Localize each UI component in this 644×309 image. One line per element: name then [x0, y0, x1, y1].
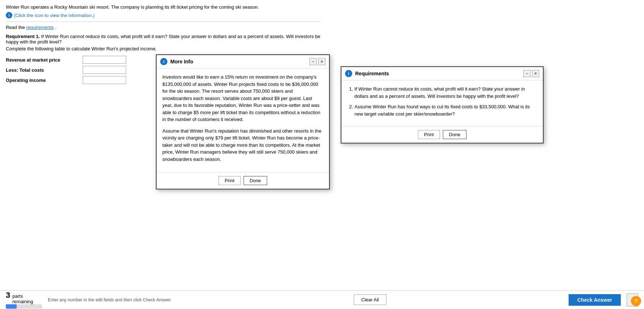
- requirements-header: i Requirements − ×: [341, 67, 543, 80]
- requirements-link[interactable]: requirements: [26, 25, 54, 30]
- more-info-body: Investors would like to earn a 15% retur…: [157, 68, 329, 91]
- more-info-para1: Investors would like to earn a 15% retur…: [162, 74, 323, 91]
- requirements-list: If Winter Run cannot reduce its costs, w…: [347, 85, 537, 91]
- info-link[interactable]: (Click the icon to view the information.…: [14, 13, 95, 18]
- requirements-minimize-btn[interactable]: −: [523, 70, 531, 77]
- requirements-body: If Winter Run cannot reduce its costs, w…: [341, 80, 543, 91]
- divider: [6, 21, 320, 22]
- more-info-icon: i: [160, 58, 167, 65]
- read-requirements: Read the requirements .: [6, 25, 320, 30]
- requirements-icon: i: [345, 70, 352, 77]
- info-icon[interactable]: i: [6, 12, 12, 18]
- more-info-controls: − ×: [309, 58, 325, 65]
- complete-instruction: Complete the following table to calculat…: [6, 46, 320, 51]
- operating-income-label: Operating income: [6, 78, 78, 83]
- revenue-label: Revenue at market price: [6, 57, 78, 63]
- requirements-close-btn[interactable]: ×: [532, 70, 539, 77]
- more-info-minimize-btn[interactable]: −: [309, 58, 317, 65]
- intro-text: Winter Run operates a Rocky Mountain ski…: [6, 4, 320, 10]
- more-info-close-btn[interactable]: ×: [318, 58, 325, 65]
- operating-income-input[interactable]: [83, 76, 126, 84]
- requirements-title: Requirements: [355, 71, 520, 76]
- revenue-input[interactable]: [83, 56, 126, 64]
- more-info-title: More Info: [170, 59, 307, 64]
- requirement-heading: Requirement 1. If Winter Run cannot redu…: [6, 34, 320, 45]
- req-item-1: If Winter Run cannot reduce its costs, w…: [354, 85, 537, 91]
- requirements-dialog: i Requirements − × If Winter Run cannot …: [341, 66, 544, 91]
- more-info-header: i More Info − ×: [157, 55, 329, 68]
- requirements-controls: − ×: [523, 70, 539, 77]
- costs-input[interactable]: [83, 66, 126, 74]
- more-info-dialog: i More Info − × Investors would like to …: [156, 54, 330, 91]
- costs-label: Less: Total costs: [6, 67, 78, 73]
